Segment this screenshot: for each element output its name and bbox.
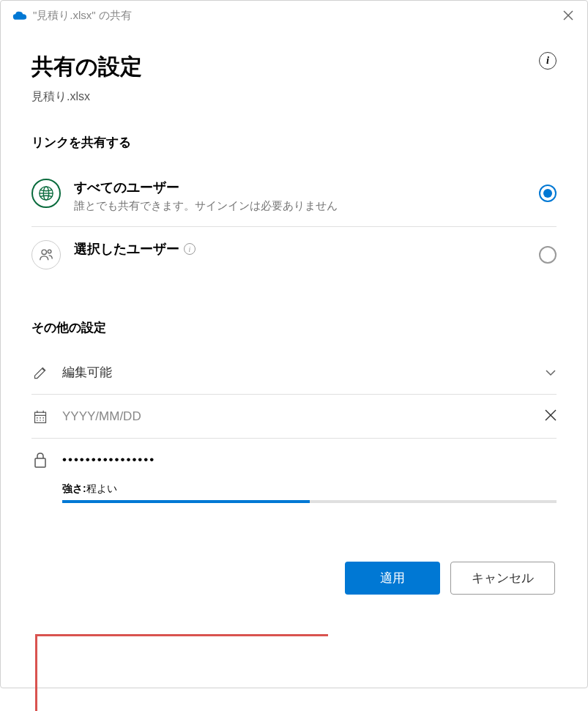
title-bar-text: "見積り.xlsx" の共有: [33, 9, 555, 23]
strength-bar: [62, 500, 557, 503]
pencil-icon: [31, 365, 49, 380]
annotation-line-vertical: [35, 634, 37, 711]
password-mask: ••••••••••••••••: [62, 453, 557, 467]
people-icon-wrap: [31, 240, 61, 269]
people-icon: [38, 247, 54, 263]
permission-dropdown[interactable]: 編集可能: [31, 351, 557, 395]
onedrive-cloud-icon: [12, 10, 27, 21]
page-title: 共有の設定: [31, 52, 557, 82]
cancel-button[interactable]: キャンセル: [450, 562, 555, 595]
other-settings-label: その他の設定: [31, 319, 557, 336]
option-everyone-title: すべてのユーザー: [74, 179, 539, 196]
option-selected-text: 選択したユーザー i: [74, 240, 539, 261]
password-section: •••••••••••••••• 強さ:程よい: [31, 439, 557, 503]
share-settings-dialog: "見積り.xlsx" の共有 i 共有の設定 見積り.xlsx リンクを共有する: [0, 0, 588, 688]
apply-button[interactable]: 適用: [345, 562, 440, 595]
expiry-date-input[interactable]: YYYY/MM/DD: [31, 395, 557, 439]
svg-point-5: [42, 250, 46, 254]
password-input[interactable]: ••••••••••••••••: [31, 452, 557, 468]
annotation-line-horizontal: [35, 634, 328, 636]
calendar-icon: [31, 409, 49, 424]
lock-icon: [31, 452, 49, 468]
option-everyone-text: すべてのユーザー 誰とでも共有できます。サインインは必要ありません: [74, 179, 539, 213]
option-selected-title: 選択したユーザー i: [74, 240, 539, 258]
close-button[interactable]: [561, 8, 576, 23]
option-everyone-desc: 誰とでも共有できます。サインインは必要ありません: [74, 199, 539, 213]
chevron-down-icon: [545, 366, 557, 379]
svg-point-6: [48, 250, 51, 253]
svg-rect-19: [35, 458, 45, 467]
filename-label: 見積り.xlsx: [31, 89, 557, 105]
date-placeholder: YYYY/MM/DD: [62, 409, 532, 424]
radio-everyone[interactable]: [539, 185, 557, 202]
password-strength: 強さ:程よい: [62, 483, 557, 503]
dialog-content: 共有の設定 見積り.xlsx リンクを共有する すべてのユーザー 誰とでも共有で…: [1, 30, 587, 617]
title-bar: "見積り.xlsx" の共有: [1, 1, 587, 30]
share-link-section-label: リンクを共有する: [31, 134, 557, 151]
share-option-everyone[interactable]: すべてのユーザー 誰とでも共有できます。サインインは必要ありません: [31, 165, 557, 227]
strength-fill: [62, 500, 310, 503]
globe-icon-wrap: [31, 179, 61, 208]
permission-value: 編集可能: [62, 364, 532, 381]
share-option-selected-users[interactable]: 選択したユーザー i: [31, 227, 557, 283]
strength-text: 強さ:程よい: [62, 483, 557, 496]
close-icon: [563, 10, 573, 21]
other-settings-section: その他の設定 編集可能: [31, 319, 557, 503]
radio-selected-users[interactable]: [539, 246, 557, 264]
info-button[interactable]: i: [539, 52, 557, 70]
button-row: 適用 キャンセル: [31, 562, 557, 595]
clear-date-button[interactable]: [545, 408, 557, 425]
globe-icon: [38, 185, 54, 201]
info-icon[interactable]: i: [184, 243, 196, 255]
